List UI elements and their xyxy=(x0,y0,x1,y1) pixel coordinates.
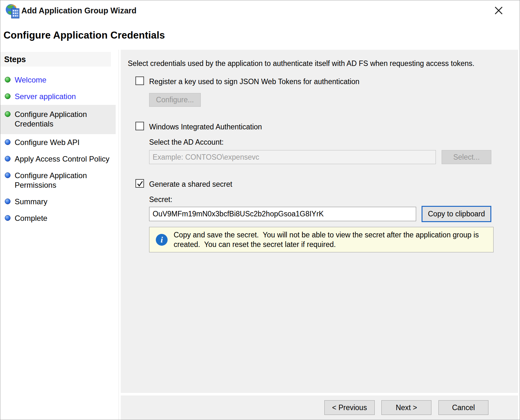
step-done-icon xyxy=(5,93,11,99)
select-button: Select... xyxy=(442,150,491,164)
footer-button-bar: < Previous Next > Cancel xyxy=(121,395,518,420)
cancel-button[interactable]: Cancel xyxy=(438,400,488,415)
steps-heading: Steps xyxy=(0,52,111,67)
step-todo-icon xyxy=(5,199,11,204)
windows-integrated-auth-label: Windows Integrated Authentication xyxy=(149,123,262,131)
sidebar-item-label: Apply Access Control Policy xyxy=(15,154,109,164)
windows-integrated-auth-checkbox[interactable] xyxy=(135,122,144,130)
secret-notice-box: i Copy and save the secret. You will not… xyxy=(149,227,494,252)
sidebar-item-configure-application-permissions: Configure Application Permissions xyxy=(0,167,119,193)
sidebar-item-configure-web-api: Configure Web API xyxy=(0,134,119,151)
close-icon[interactable] xyxy=(492,4,505,17)
previous-button[interactable]: < Previous xyxy=(324,400,375,415)
step-todo-icon xyxy=(5,215,11,221)
sidebar-item-configure-application-credentials: Configure Application Credentials xyxy=(0,105,116,134)
sidebar-item-server-application[interactable]: Server application xyxy=(0,88,119,105)
register-key-checkbox[interactable] xyxy=(135,76,144,85)
sidebar-item-label[interactable]: Welcome xyxy=(15,75,47,85)
step-todo-icon xyxy=(5,156,11,162)
secret-notice-text: Copy and save the secret. You will not b… xyxy=(174,230,492,249)
step-done-icon xyxy=(5,77,11,83)
ad-account-input xyxy=(149,150,436,164)
register-key-label: Register a key used to sign JSON Web Tok… xyxy=(149,77,359,86)
sidebar-item-welcome[interactable]: Welcome xyxy=(0,72,119,88)
configure-button: Configure... xyxy=(149,93,201,107)
sidebar-item-complete: Complete xyxy=(0,210,119,227)
title-bar: Add Application Group Wizard xyxy=(0,0,520,23)
steps-sidebar: Steps Welcome Server application Configu… xyxy=(0,50,119,420)
window-title: Add Application Group Wizard xyxy=(21,6,136,15)
checkmark-icon xyxy=(136,180,144,187)
sidebar-item-apply-access-control-policy: Apply Access Control Policy xyxy=(0,151,119,167)
generate-shared-secret-checkbox[interactable] xyxy=(135,179,144,188)
sidebar-item-label[interactable]: Server application xyxy=(15,92,76,101)
page-title: Configure Application Credentials xyxy=(4,30,165,41)
copy-to-clipboard-button[interactable]: Copy to clipboard xyxy=(422,206,491,222)
secret-label: Secret: xyxy=(149,195,172,204)
step-todo-icon xyxy=(5,139,11,145)
info-icon: i xyxy=(156,234,168,246)
ad-account-label: Select the AD Account: xyxy=(149,138,224,147)
sidebar-item-summary: Summary xyxy=(0,193,119,210)
sidebar-item-label: Configure Application Permissions xyxy=(15,171,94,190)
application-group-icon xyxy=(5,4,20,19)
next-button[interactable]: Next > xyxy=(381,400,431,415)
sidebar-item-label: Configure Web API xyxy=(15,138,80,147)
generate-shared-secret-label: Generate a shared secret xyxy=(149,180,232,189)
content-panel: Select credentials used by the applicati… xyxy=(121,50,518,393)
sidebar-item-label: Summary xyxy=(15,197,47,206)
step-todo-icon xyxy=(5,172,11,178)
steps-list: Welcome Server application Configure App… xyxy=(0,72,119,227)
sidebar-item-label: Complete xyxy=(15,214,47,223)
intro-text: Select credentials used by the applicati… xyxy=(128,59,474,68)
step-done-icon xyxy=(5,111,11,117)
secret-input[interactable] xyxy=(149,207,416,221)
sidebar-item-label: Configure Application Credentials xyxy=(15,110,94,129)
